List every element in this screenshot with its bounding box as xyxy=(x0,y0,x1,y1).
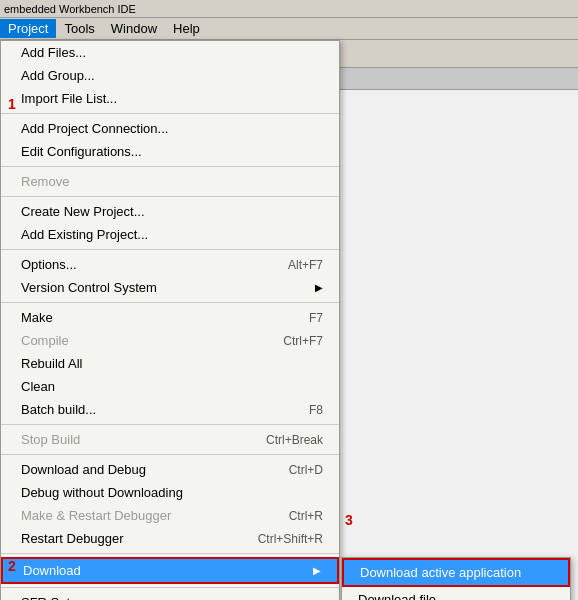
menu-item-label-debug-without-downloading: Debug without Downloading xyxy=(21,485,183,500)
submenu-item-download-file[interactable]: Download file... xyxy=(342,587,570,600)
menu-item-remove: Remove xyxy=(1,170,339,193)
menu-project[interactable]: Project xyxy=(0,19,56,38)
submenu-item-download-active-application[interactable]: Download active application xyxy=(342,558,570,587)
title-text: embedded Workbench IDE xyxy=(4,3,136,15)
menu-item-label-restart-debugger: Restart Debugger xyxy=(21,531,124,546)
menu-item-make-restart-debugger: Make & Restart DebuggerCtrl+R xyxy=(1,504,339,527)
menu-item-add-files[interactable]: Add Files... xyxy=(1,41,339,64)
menu-item-arrow-version-control: ▶ xyxy=(315,282,323,293)
menu-separator-sep3 xyxy=(1,196,339,197)
menu-item-shortcut-compile: Ctrl+F7 xyxy=(283,334,323,348)
menu-separator-sep5 xyxy=(1,302,339,303)
marker-2: 2 xyxy=(8,558,16,574)
menu-item-add-existing-project[interactable]: Add Existing Project... xyxy=(1,223,339,246)
menu-item-label-add-group: Add Group... xyxy=(21,68,95,83)
menu-item-label-version-control: Version Control System xyxy=(21,280,157,295)
menu-separator-sep7 xyxy=(1,454,339,455)
menu-item-arrow-download: ▶ xyxy=(313,565,321,576)
menu-item-add-project-connection[interactable]: Add Project Connection... xyxy=(1,117,339,140)
marker-3: 3 xyxy=(345,512,353,528)
menu-item-label-import-file-list: Import File List... xyxy=(21,91,117,106)
title-bar: embedded Workbench IDE xyxy=(0,0,578,18)
menu-separator-sep2 xyxy=(1,166,339,167)
menu-item-create-new-project[interactable]: Create New Project... xyxy=(1,200,339,223)
menu-separator-sep8 xyxy=(1,553,339,554)
menu-item-label-batch-build: Batch build... xyxy=(21,402,96,417)
menu-item-shortcut-batch-build: F8 xyxy=(309,403,323,417)
menu-item-sfr-setup[interactable]: SFR Setup xyxy=(1,591,339,600)
menu-item-label-options: Options... xyxy=(21,257,77,272)
menu-item-import-file-list[interactable]: Import File List... xyxy=(1,87,339,110)
menu-item-label-create-new-project: Create New Project... xyxy=(21,204,145,219)
menu-item-label-make: Make xyxy=(21,310,53,325)
menu-separator-sep6 xyxy=(1,424,339,425)
menu-item-label-make-restart-debugger: Make & Restart Debugger xyxy=(21,508,171,523)
menu-item-shortcut-download-and-debug: Ctrl+D xyxy=(289,463,323,477)
menu-item-edit-configurations[interactable]: Edit Configurations... xyxy=(1,140,339,163)
menu-item-options[interactable]: Options...Alt+F7 xyxy=(1,253,339,276)
menu-item-label-compile: Compile xyxy=(21,333,69,348)
menu-item-shortcut-make-restart-debugger: Ctrl+R xyxy=(289,509,323,523)
menu-item-shortcut-restart-debugger: Ctrl+Shift+R xyxy=(258,532,323,546)
menu-tools[interactable]: Tools xyxy=(56,19,102,38)
menu-item-clean[interactable]: Clean xyxy=(1,375,339,398)
menu-item-compile: CompileCtrl+F7 xyxy=(1,329,339,352)
menu-separator-sep9 xyxy=(1,587,339,588)
menu-item-make[interactable]: MakeF7 xyxy=(1,306,339,329)
menu-item-label-download: Download xyxy=(23,563,81,578)
menu-item-label-add-project-connection: Add Project Connection... xyxy=(21,121,168,136)
project-menu: Add Files...Add Group...Import File List… xyxy=(0,40,340,600)
menu-item-shortcut-stop-build: Ctrl+Break xyxy=(266,433,323,447)
menu-item-label-sfr-setup: SFR Setup xyxy=(21,595,85,600)
menu-item-label-download-and-debug: Download and Debug xyxy=(21,462,146,477)
menu-help[interactable]: Help xyxy=(165,19,208,38)
menu-item-label-add-existing-project: Add Existing Project... xyxy=(21,227,148,242)
menu-item-label-edit-configurations: Edit Configurations... xyxy=(21,144,142,159)
menu-item-download[interactable]: Download▶ xyxy=(1,557,339,584)
menu-item-shortcut-options: Alt+F7 xyxy=(288,258,323,272)
menu-item-label-stop-build: Stop Build xyxy=(21,432,80,447)
menu-item-version-control[interactable]: Version Control System▶ xyxy=(1,276,339,299)
menu-item-label-rebuild-all: Rebuild All xyxy=(21,356,82,371)
menu-item-label-clean: Clean xyxy=(21,379,55,394)
menu-bar: Project Tools Window Help xyxy=(0,18,578,40)
menu-separator-sep1 xyxy=(1,113,339,114)
download-submenu: Download active applicationDownload file… xyxy=(341,557,571,600)
menu-item-add-group[interactable]: Add Group... xyxy=(1,64,339,87)
dropdown-overlay: Add Files...Add Group...Import File List… xyxy=(0,18,578,600)
menu-item-stop-build: Stop BuildCtrl+Break xyxy=(1,428,339,451)
menu-window[interactable]: Window xyxy=(103,19,165,38)
menu-item-rebuild-all[interactable]: Rebuild All xyxy=(1,352,339,375)
menu-item-debug-without-downloading[interactable]: Debug without Downloading xyxy=(1,481,339,504)
menu-item-label-remove: Remove xyxy=(21,174,69,189)
marker-1: 1 xyxy=(8,96,16,112)
menu-item-batch-build[interactable]: Batch build...F8 xyxy=(1,398,339,421)
menu-separator-sep4 xyxy=(1,249,339,250)
menu-item-download-and-debug[interactable]: Download and DebugCtrl+D xyxy=(1,458,339,481)
menu-item-restart-debugger[interactable]: Restart DebuggerCtrl+Shift+R xyxy=(1,527,339,550)
menu-item-shortcut-make: F7 xyxy=(309,311,323,325)
menu-item-label-add-files: Add Files... xyxy=(21,45,86,60)
